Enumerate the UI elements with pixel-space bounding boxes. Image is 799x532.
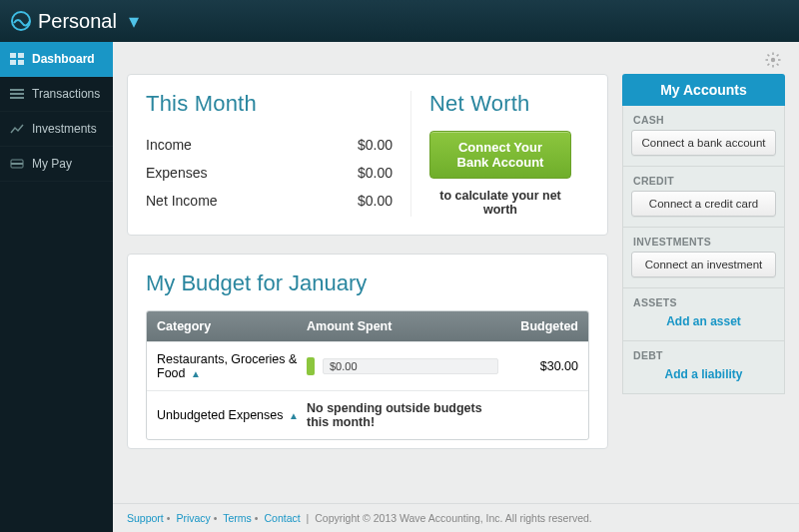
col-budgeted: Budgeted (498, 319, 578, 333)
svg-rect-1 (10, 53, 16, 58)
budget-bar-fill (307, 357, 315, 375)
gear-icon[interactable] (765, 52, 781, 72)
sidebar-item-label: Dashboard (32, 52, 95, 66)
workspace-name: Personal (38, 10, 117, 33)
budget-table-head: Category Amount Spent Budgeted (147, 311, 588, 341)
budget-bar: $0.00 (307, 357, 498, 375)
net-worth-title: Net Worth (429, 91, 571, 117)
sidebar-item-transactions[interactable]: Transactions (0, 77, 113, 112)
accounts-group-debt: DEBT Add a liability (622, 341, 785, 394)
budget-row-budgeted: $30.00 (498, 359, 578, 373)
footer-link-support[interactable]: Support (127, 512, 164, 524)
net-worth-section: Net Worth Connect Your Bank Account to c… (410, 91, 589, 217)
connect-credit-card-button[interactable]: Connect a credit card (631, 191, 776, 217)
sidebar-item-my-pay[interactable]: My Pay (0, 147, 113, 182)
net-worth-subtext: to calculate your net worth (429, 189, 571, 217)
topbar: Personal ▾ (0, 0, 799, 42)
add-asset-link[interactable]: Add an asset (631, 312, 776, 330)
investments-icon (9, 122, 25, 136)
sidebar-item-label: Investments (32, 122, 97, 136)
budget-title: My Budget for January (146, 270, 589, 296)
budget-row[interactable]: Restaurants, Groceries & Food ▲ $0.00 $3… (147, 341, 588, 390)
group-label: DEBT (623, 341, 784, 365)
svg-rect-7 (10, 97, 24, 99)
budget-row-category: Unbudgeted Expenses (157, 408, 283, 422)
wave-icon (10, 10, 32, 32)
connect-bank-account-button[interactable]: Connect a bank account (631, 130, 776, 156)
budget-table: Category Amount Spent Budgeted Restauran… (146, 310, 589, 440)
svg-point-10 (771, 58, 775, 62)
caret-down-icon: ▾ (129, 9, 139, 33)
svg-line-17 (777, 55, 779, 57)
accounts-panel: My Accounts CASH Connect a bank account … (622, 74, 785, 394)
sidebar-item-dashboard[interactable]: Dashboard (0, 42, 113, 77)
sidebar-item-label: My Pay (32, 157, 72, 171)
col-category: Category (157, 319, 307, 333)
expand-icon: ▲ (191, 368, 201, 379)
group-label: CASH (623, 106, 784, 130)
dashboard-icon (9, 52, 25, 66)
workspace-switcher[interactable]: Personal ▾ (10, 9, 139, 33)
svg-rect-6 (10, 93, 24, 95)
accounts-group-investments: INVESTMENTS Connect an investment (622, 228, 785, 288)
accounts-group-cash: CASH Connect a bank account (622, 106, 785, 167)
budget-bar-value: $0.00 (330, 359, 358, 373)
svg-rect-5 (10, 89, 24, 91)
group-label: CREDIT (623, 167, 784, 191)
budget-row[interactable]: Unbudgeted Expenses ▲ No spending outsid… (147, 390, 588, 439)
sidebar-item-label: Transactions (32, 87, 100, 101)
this-month-section: This Month Income$0.00 Expenses$0.00 Net… (146, 91, 410, 217)
footer-link-contact[interactable]: Contact (264, 512, 300, 524)
connect-investment-button[interactable]: Connect an investment (631, 252, 776, 277)
budget-empty-message: No spending outside budgets this month! (307, 401, 482, 429)
sidebar-item-investments[interactable]: Investments (0, 112, 113, 147)
group-label: ASSETS (623, 288, 784, 312)
summary-card: This Month Income$0.00 Expenses$0.00 Net… (127, 74, 608, 236)
row-net-income: Net Income$0.00 (146, 187, 393, 215)
budget-bar-track: $0.00 (323, 358, 498, 374)
footer: Support• Privacy• Terms• Contact | Copyr… (113, 503, 799, 532)
accounts-group-credit: CREDIT Connect a credit card (622, 167, 785, 228)
accounts-title: My Accounts (622, 74, 785, 106)
accounts-group-assets: ASSETS Add an asset (622, 288, 785, 341)
svg-rect-9 (11, 163, 23, 165)
sidebar: Dashboard Transactions Investments My Pa… (0, 42, 113, 532)
budget-card: My Budget for January Category Amount Sp… (127, 254, 608, 449)
svg-rect-2 (18, 53, 24, 58)
footer-copyright: Copyright © 2013 Wave Accounting, Inc. A… (315, 512, 592, 524)
pay-icon (9, 157, 25, 171)
svg-rect-4 (18, 60, 24, 65)
footer-link-privacy[interactable]: Privacy (176, 512, 210, 524)
budget-row-category: Restaurants, Groceries & Food (157, 352, 297, 380)
col-amount-spent: Amount Spent (307, 319, 498, 333)
svg-line-15 (768, 55, 770, 57)
add-liability-link[interactable]: Add a liability (631, 365, 776, 383)
svg-rect-3 (10, 60, 16, 65)
expand-icon: ▲ (289, 410, 299, 421)
row-income: Income$0.00 (146, 131, 393, 159)
row-expenses: Expenses$0.00 (146, 159, 393, 187)
svg-line-16 (777, 64, 779, 66)
footer-link-terms[interactable]: Terms (223, 512, 252, 524)
group-label: INVESTMENTS (623, 228, 784, 252)
content: This Month Income$0.00 Expenses$0.00 Net… (113, 42, 799, 503)
transactions-icon (9, 87, 25, 101)
svg-line-18 (768, 64, 770, 66)
this-month-title: This Month (146, 91, 393, 117)
connect-bank-button[interactable]: Connect Your Bank Account (429, 131, 571, 179)
